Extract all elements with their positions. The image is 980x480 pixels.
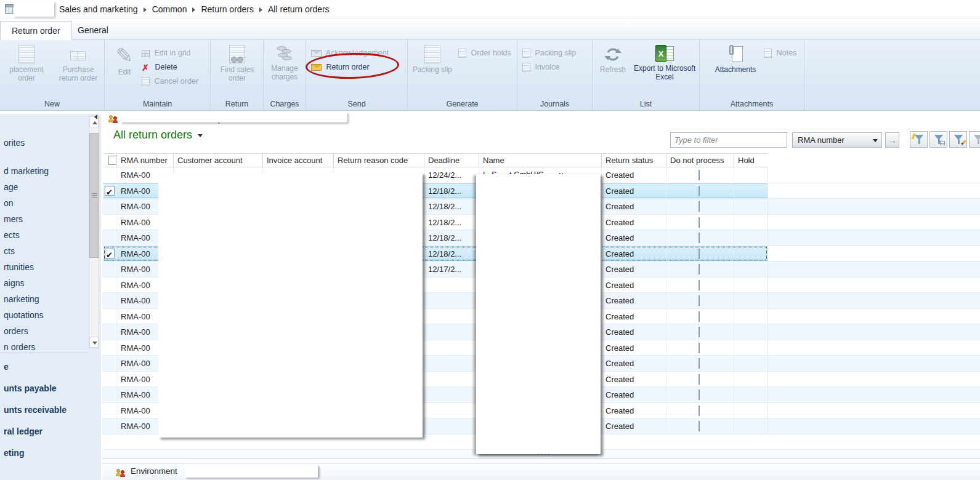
row-select-checkbox[interactable] — [103, 418, 117, 434]
sidebar-item[interactable]: unts payable — [0, 378, 88, 399]
breadcrumb-common[interactable]: Common — [152, 4, 187, 14]
sidebar-scrollbar[interactable] — [89, 116, 99, 348]
select-all-checkbox[interactable] — [103, 154, 117, 167]
row-select-checkbox[interactable] — [103, 309, 117, 324]
column-header-rma-number[interactable]: RMA number — [117, 154, 174, 167]
column-header-do-not-process[interactable]: Do not process — [666, 154, 734, 167]
tab-general[interactable]: General — [67, 21, 119, 40]
do-not-process-checkbox[interactable] — [666, 167, 734, 183]
apply-filter-button[interactable]: → — [885, 132, 899, 148]
row-select-checkbox[interactable] — [103, 372, 117, 387]
column-header-return-status[interactable]: Return status — [602, 154, 666, 167]
invoice-button[interactable]: Invoice — [522, 60, 559, 74]
row-select-checkbox[interactable] — [103, 246, 117, 262]
row-select-checkbox[interactable] — [103, 387, 117, 402]
edit-in-grid-button[interactable]: Edit in grid — [142, 46, 191, 60]
sidebar-item[interactable]: ects — [0, 227, 88, 243]
sidebar-item[interactable]: orites — [0, 135, 88, 151]
breadcrumb-return-orders[interactable]: Return orders — [201, 4, 254, 14]
column-header-customer-account[interactable]: Customer account — [174, 154, 263, 167]
scrollbar-thumb[interactable] — [89, 133, 99, 258]
sidebar-item[interactable]: orders — [0, 323, 88, 339]
sidebar-item[interactable]: e — [0, 356, 88, 378]
row-select-checkbox[interactable] — [103, 183, 117, 199]
breadcrumb-sales-marketing[interactable]: Sales and marketing — [59, 4, 138, 14]
manage-charges-button[interactable]: Manage charges — [265, 42, 304, 97]
column-header-invoice-account[interactable]: Invoice account — [263, 154, 334, 167]
sidebar-item[interactable]: rtunities — [0, 259, 88, 275]
do-not-process-checkbox[interactable] — [666, 293, 734, 308]
row-select-checkbox[interactable] — [103, 278, 117, 293]
sidebar-item[interactable]: age — [0, 179, 88, 195]
row-select-checkbox[interactable] — [103, 403, 117, 418]
remove-filter-button[interactable] — [969, 131, 980, 148]
do-not-process-checkbox[interactable] — [666, 230, 734, 246]
filter-by-grid-button[interactable] — [929, 131, 947, 148]
tab-return-order[interactable]: Return order — [0, 21, 72, 40]
row-select-checkbox[interactable] — [103, 230, 117, 246]
page-title[interactable]: All return orders — [113, 129, 203, 142]
refresh-button[interactable]: Refresh — [594, 42, 632, 97]
sidebar-item[interactable]: narketing — [0, 291, 88, 307]
column-header-hold[interactable]: Hold — [734, 154, 768, 167]
do-not-process-checkbox[interactable] — [666, 262, 734, 277]
column-header-return-reason-code[interactable]: Return reason code — [334, 154, 424, 167]
do-not-process-checkbox[interactable] — [666, 324, 734, 340]
send-return-order-button[interactable]: Return order — [311, 60, 370, 74]
row-select-checkbox[interactable] — [103, 199, 117, 214]
quick-filter-input[interactable] — [670, 132, 787, 148]
do-not-process-checkbox[interactable] — [666, 183, 734, 199]
sidebar-item[interactable]: aigns — [0, 275, 88, 291]
do-not-process-checkbox[interactable] — [666, 372, 734, 387]
row-select-checkbox[interactable] — [103, 262, 117, 277]
do-not-process-checkbox[interactable] — [666, 418, 734, 434]
cancel-order-button[interactable]: Cancel order — [142, 74, 198, 88]
sidebar-item[interactable]: unts receivable — [0, 399, 88, 421]
do-not-process-checkbox[interactable] — [666, 340, 734, 356]
do-not-process-checkbox[interactable] — [666, 215, 734, 230]
title-dropdown-icon[interactable] — [198, 134, 203, 137]
journal-packing-slip-button[interactable]: Packing slip — [522, 46, 576, 60]
scroll-down-button[interactable] — [89, 337, 99, 348]
breadcrumb[interactable]: Sales and marketingCommonReturn ordersAl… — [59, 4, 330, 14]
sidebar-item[interactable]: eting — [0, 442, 88, 464]
ribbon-group-send: Acknowledgement Return order Send — [306, 40, 408, 110]
do-not-process-checkbox[interactable] — [666, 246, 734, 262]
do-not-process-checkbox[interactable] — [666, 387, 734, 402]
filter-by-selection-button[interactable] — [949, 131, 967, 148]
sidebar-item[interactable]: cts — [0, 243, 88, 259]
row-select-checkbox[interactable] — [103, 324, 117, 340]
row-select-checkbox[interactable] — [103, 340, 117, 356]
sidebar-item[interactable]: mers — [0, 211, 88, 227]
row-select-checkbox[interactable] — [103, 293, 117, 308]
acknowledgement-button[interactable]: Acknowledgement — [311, 46, 389, 60]
column-header-name[interactable]: Name — [479, 154, 602, 167]
edit-button[interactable]: ✎ Edit — [110, 42, 139, 97]
row-select-checkbox[interactable] — [103, 356, 117, 371]
do-not-process-checkbox[interactable] — [666, 278, 734, 293]
replacement-order-button[interactable]: placement order — [1, 42, 52, 97]
filter-field-dropdown[interactable]: RMA number — [792, 132, 882, 148]
breadcrumb-all-return-orders[interactable]: All return orders — [268, 4, 330, 14]
order-holds-button[interactable]: Order holds — [458, 46, 511, 60]
purchase-return-order-button[interactable]: Purchase return order — [54, 42, 102, 97]
do-not-process-checkbox[interactable] — [666, 309, 734, 324]
sidebar-item[interactable]: quotations — [0, 307, 88, 323]
delete-button[interactable]: ✗ Delete — [142, 60, 177, 74]
column-header-deadline[interactable]: Deadline — [424, 154, 479, 167]
export-to-excel-button[interactable]: X Export to Microsoft Excel — [632, 42, 697, 97]
do-not-process-checkbox[interactable] — [666, 199, 734, 214]
sidebar-item[interactable]: on — [0, 195, 88, 211]
notes-button[interactable]: Notes — [764, 46, 796, 60]
attachments-button[interactable]: Attachments — [705, 42, 766, 97]
packing-slip-button[interactable]: Packing slip — [410, 42, 455, 97]
row-select-checkbox[interactable] — [103, 167, 117, 183]
do-not-process-checkbox[interactable] — [666, 403, 734, 418]
advanced-filter-button[interactable] — [910, 131, 928, 148]
sidebar-item[interactable]: ral ledger — [0, 421, 88, 442]
row-select-checkbox[interactable] — [103, 215, 117, 230]
sidebar-item[interactable]: d marketing — [0, 163, 88, 179]
sidebar-collapse-icon[interactable] — [94, 114, 97, 119]
find-sales-order-button[interactable]: Find sales order — [214, 42, 261, 97]
do-not-process-checkbox[interactable] — [666, 356, 734, 371]
